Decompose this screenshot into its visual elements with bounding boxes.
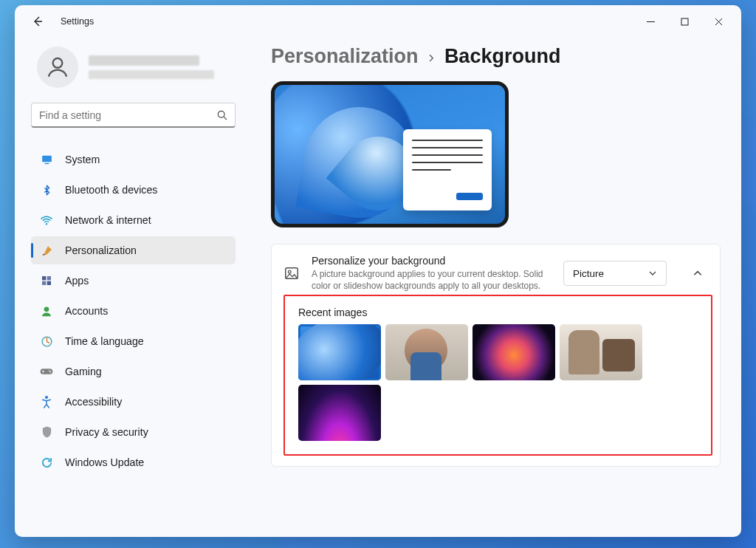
personalize-background-card: Personalize your background A picture ba… bbox=[271, 244, 721, 467]
sidebar-item-gaming[interactable]: Gaming bbox=[31, 357, 236, 386]
sidebar-item-personalization[interactable]: Personalization bbox=[31, 236, 236, 264]
paintbrush-icon bbox=[40, 244, 53, 257]
main-content: Personalization › Background Personali bbox=[247, 38, 741, 537]
close-icon bbox=[715, 18, 723, 26]
sidebar-item-accounts[interactable]: Accounts bbox=[31, 297, 236, 325]
minimize-icon bbox=[647, 18, 655, 26]
wifi-icon bbox=[40, 213, 53, 227]
update-icon bbox=[40, 456, 53, 469]
expand-button[interactable] bbox=[683, 261, 712, 286]
search-input[interactable] bbox=[39, 109, 217, 121]
sidebar-item-label: Accounts bbox=[65, 305, 108, 317]
sidebar-item-label: Privacy & security bbox=[65, 426, 148, 438]
search-box[interactable] bbox=[31, 103, 236, 128]
svg-rect-6 bbox=[42, 276, 46, 280]
picture-icon bbox=[284, 265, 300, 281]
sidebar-item-update[interactable]: Windows Update bbox=[31, 448, 236, 476]
sidebar-item-network[interactable]: Network & internet bbox=[31, 206, 236, 234]
account-name-redacted bbox=[89, 55, 199, 66]
sidebar-item-apps[interactable]: Apps bbox=[31, 267, 236, 295]
gamepad-icon bbox=[40, 365, 53, 378]
account-text bbox=[89, 55, 214, 79]
svg-point-5 bbox=[46, 223, 47, 225]
svg-point-1 bbox=[53, 58, 63, 68]
breadcrumb-parent[interactable]: Personalization bbox=[271, 45, 419, 68]
recent-image-dark-abstract[interactable] bbox=[472, 324, 555, 380]
svg-rect-9 bbox=[47, 281, 51, 285]
svg-rect-7 bbox=[47, 276, 51, 280]
titlebar: Settings bbox=[15, 5, 741, 38]
recent-image-bloom-blue[interactable] bbox=[298, 324, 381, 380]
window-controls bbox=[633, 9, 735, 34]
background-type-dropdown[interactable]: Picture bbox=[563, 261, 667, 286]
sidebar-item-label: Accessibility bbox=[65, 396, 122, 408]
desktop-preview bbox=[271, 81, 509, 227]
svg-point-13 bbox=[49, 370, 50, 371]
apps-icon bbox=[40, 274, 53, 287]
card-description: A picture background applies to your cur… bbox=[312, 268, 551, 292]
sidebar-item-privacy[interactable]: Privacy & security bbox=[31, 418, 236, 446]
bluetooth-icon bbox=[40, 183, 53, 196]
close-button[interactable] bbox=[701, 9, 735, 34]
search-icon bbox=[217, 110, 227, 120]
window-title: Settings bbox=[61, 16, 94, 27]
settings-window: Settings bbox=[15, 5, 741, 537]
svg-rect-3 bbox=[42, 155, 52, 162]
chevron-right-icon: › bbox=[429, 48, 434, 67]
monitor-icon bbox=[40, 153, 53, 166]
account-email-redacted bbox=[89, 70, 214, 79]
sidebar-item-label: Personalization bbox=[65, 244, 137, 256]
svg-rect-0 bbox=[681, 18, 688, 25]
accessibility-icon bbox=[40, 395, 53, 408]
recent-images-section: Recent images bbox=[284, 295, 712, 456]
maximize-icon bbox=[681, 18, 689, 26]
sidebar-item-system[interactable]: System bbox=[31, 145, 236, 174]
card-title: Personalize your background bbox=[312, 255, 551, 267]
svg-point-2 bbox=[218, 111, 224, 117]
recent-image-person-desk[interactable] bbox=[385, 324, 468, 380]
sidebar-item-label: Gaming bbox=[65, 366, 102, 377]
svg-point-14 bbox=[50, 371, 52, 373]
maximize-button[interactable] bbox=[667, 9, 701, 34]
sidebar-item-bluetooth[interactable]: Bluetooth & devices bbox=[31, 176, 236, 204]
recent-image-glow-horizon[interactable] bbox=[298, 385, 381, 441]
back-arrow-icon bbox=[32, 16, 44, 27]
svg-point-10 bbox=[44, 306, 49, 312]
dropdown-value: Picture bbox=[573, 268, 604, 279]
nav-list: SystemBluetooth & devicesNetwork & inter… bbox=[31, 145, 236, 476]
svg-rect-4 bbox=[44, 162, 49, 163]
sidebar-item-accessibility[interactable]: Accessibility bbox=[31, 388, 236, 416]
recent-images-title: Recent images bbox=[298, 306, 699, 318]
person-icon bbox=[45, 55, 70, 80]
sidebar-item-label: Windows Update bbox=[65, 456, 144, 468]
account-block[interactable] bbox=[37, 47, 236, 88]
recent-images-grid bbox=[298, 324, 699, 441]
shield-icon bbox=[40, 425, 53, 439]
back-button[interactable] bbox=[25, 9, 50, 34]
chevron-down-icon bbox=[648, 269, 657, 278]
chevron-up-icon bbox=[693, 268, 703, 278]
sidebar: SystemBluetooth & devicesNetwork & inter… bbox=[15, 38, 247, 537]
preview-window-card bbox=[403, 129, 492, 210]
clock-globe-icon bbox=[40, 335, 53, 348]
sidebar-item-label: Time & language bbox=[65, 335, 144, 347]
sidebar-item-label: Bluetooth & devices bbox=[65, 184, 157, 196]
account-icon bbox=[40, 304, 53, 318]
sidebar-item-label: Apps bbox=[65, 275, 89, 287]
avatar bbox=[37, 47, 78, 88]
recent-image-office-two[interactable] bbox=[560, 324, 642, 380]
breadcrumb-current: Background bbox=[444, 45, 561, 68]
svg-point-17 bbox=[288, 271, 291, 274]
sidebar-item-label: Network & internet bbox=[65, 214, 151, 226]
minimize-button[interactable] bbox=[633, 9, 667, 34]
svg-point-15 bbox=[45, 396, 48, 399]
sidebar-item-time[interactable]: Time & language bbox=[31, 327, 236, 355]
svg-rect-8 bbox=[42, 281, 46, 285]
sidebar-item-label: System bbox=[65, 154, 100, 165]
breadcrumb: Personalization › Background bbox=[271, 45, 721, 68]
